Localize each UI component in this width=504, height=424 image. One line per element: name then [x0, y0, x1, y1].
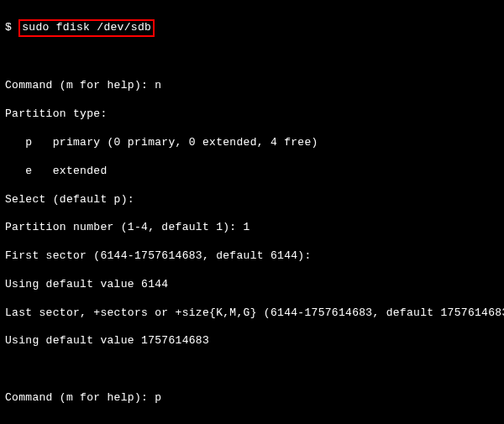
output-line: Command (m for help): p: [5, 391, 499, 406]
command-text: sudo fdisk /dev/sdb: [22, 21, 151, 34]
output-line: p primary (0 primary, 0 extended, 4 free…: [5, 136, 499, 150]
output-line: First sector (6144-1757614683, default 6…: [5, 249, 499, 264]
output-line: Using default value 6144: [5, 278, 499, 292]
terminal-output[interactable]: $ sudo fdisk /dev/sdb Command (m for hel…: [5, 5, 499, 424]
output-line: Using default value 1757614683: [5, 334, 499, 348]
output-line: Partition number (1-4, default 1): 1: [5, 221, 499, 235]
prompt-symbol: $: [5, 21, 18, 34]
output-line: Partition type:: [5, 107, 499, 122]
output-line: Command (m for help): n: [5, 79, 499, 93]
output-line: e extended: [5, 165, 499, 179]
output-line: Select (default p):: [5, 193, 499, 207]
output-line: Last sector, +sectors or +size{K,M,G} (6…: [5, 306, 499, 321]
command-highlight: sudo fdisk /dev/sdb: [18, 19, 155, 37]
